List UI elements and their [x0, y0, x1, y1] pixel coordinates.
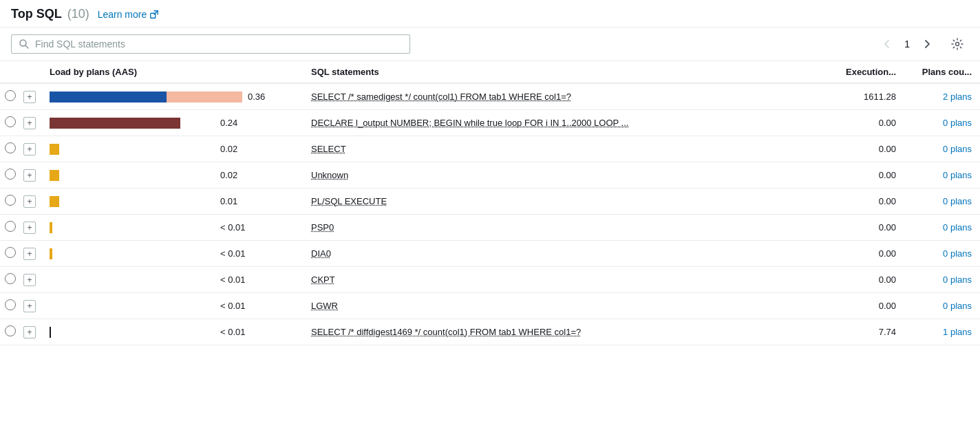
bar-value: 0.01: [220, 196, 242, 206]
execution-value: 0.00: [815, 110, 904, 136]
expand-button[interactable]: +: [23, 169, 36, 182]
bar-segment: [50, 196, 59, 207]
svg-line-1: [154, 10, 158, 14]
plans-cell: 0 plans: [904, 110, 980, 136]
sql-statement-link[interactable]: DECLARE l_output NUMBER; BEGIN while tru…: [311, 118, 628, 128]
sql-statement-link[interactable]: PL/SQL EXECUTE: [311, 196, 387, 206]
sql-statement-link[interactable]: LGWR: [311, 301, 338, 311]
search-input[interactable]: [35, 39, 403, 50]
row-expand-cell: +: [21, 136, 41, 162]
bar-segment: [50, 248, 52, 259]
row-select-cell: [0, 162, 21, 189]
result-count: (10): [67, 7, 89, 21]
row-radio[interactable]: [5, 169, 16, 180]
bar-value: < 0.01: [220, 327, 246, 337]
row-expand-cell: +: [21, 215, 41, 241]
plans-cell: 0 plans: [904, 241, 980, 267]
bar-segment: [50, 327, 51, 338]
plans-link[interactable]: 0 plans: [943, 144, 972, 154]
plans-link[interactable]: 0 plans: [943, 196, 972, 206]
row-expand-cell: +: [21, 162, 41, 189]
table-row: +0.24DECLARE l_output NUMBER; BEGIN whil…: [0, 110, 980, 136]
plans-cell: 0 plans: [904, 136, 980, 162]
row-radio[interactable]: [5, 195, 16, 206]
row-radio[interactable]: [5, 142, 16, 153]
execution-value: 0.00: [815, 189, 904, 215]
table-row: +0.01PL/SQL EXECUTE0.000 plans: [0, 189, 980, 215]
sql-statement-cell: CKPT: [303, 267, 815, 293]
execution-value: 0.00: [815, 241, 904, 267]
sql-statement-link[interactable]: DIA0: [311, 248, 331, 259]
expand-button[interactable]: +: [23, 91, 36, 103]
bar-segment: [50, 222, 52, 233]
row-select-cell: [0, 136, 21, 162]
expand-button[interactable]: +: [23, 248, 36, 260]
svg-line-3: [25, 45, 28, 48]
row-radio[interactable]: [5, 299, 16, 310]
expand-button[interactable]: +: [23, 300, 36, 312]
row-radio[interactable]: [5, 325, 16, 336]
load-bar-cell: 0.24: [41, 110, 303, 136]
bar-segment-secondary: [167, 92, 242, 103]
sql-statement-link[interactable]: CKPT: [311, 275, 335, 285]
page-header: Top SQL (10) Learn more: [0, 0, 980, 28]
row-radio[interactable]: [5, 90, 16, 101]
table-row: +< 0.01DIA00.000 plans: [0, 241, 980, 267]
sql-statement-link[interactable]: SELECT: [311, 144, 346, 154]
plans-cell: 0 plans: [904, 293, 980, 319]
plans-link[interactable]: 0 plans: [943, 170, 972, 180]
toolbar: 1: [0, 28, 980, 61]
next-page-button[interactable]: [917, 36, 937, 52]
settings-button[interactable]: [946, 35, 969, 53]
gear-icon: [951, 38, 963, 50]
plans-cell: 0 plans: [904, 215, 980, 241]
load-bar-cell: < 0.01: [41, 293, 303, 319]
row-select-cell: [0, 83, 21, 110]
row-select-cell: [0, 110, 21, 136]
plans-link[interactable]: 0 plans: [943, 301, 972, 311]
load-bar-cell: 0.36: [41, 83, 303, 110]
bar-value: < 0.01: [220, 248, 246, 259]
col-load-header: Load by plans (AAS): [41, 61, 303, 83]
row-expand-cell: +: [21, 189, 41, 215]
expand-button[interactable]: +: [23, 326, 36, 338]
plans-link[interactable]: 2 plans: [943, 92, 972, 102]
row-expand-cell: +: [21, 267, 41, 293]
learn-more-link[interactable]: Learn more: [98, 9, 160, 20]
sql-statement-link[interactable]: PSP0: [311, 222, 334, 233]
row-select-cell: [0, 319, 21, 345]
sql-table: Load by plans (AAS) SQL statements Execu…: [0, 61, 980, 345]
sql-statement-link[interactable]: Unknown: [311, 170, 348, 180]
bar-segment-primary: [50, 118, 180, 129]
bar-value: < 0.01: [220, 275, 246, 285]
plans-link[interactable]: 0 plans: [943, 275, 972, 285]
load-bar-cell: < 0.01: [41, 215, 303, 241]
row-radio[interactable]: [5, 116, 16, 127]
col-sql-header: SQL statements: [303, 61, 815, 83]
sql-statement-cell: Unknown: [303, 162, 815, 189]
table-row: +< 0.01PSP00.000 plans: [0, 215, 980, 241]
bar-value: < 0.01: [220, 301, 246, 311]
bar-value: 0.02: [220, 170, 242, 180]
row-radio[interactable]: [5, 273, 16, 284]
row-radio[interactable]: [5, 247, 16, 258]
plans-link[interactable]: 0 plans: [943, 118, 972, 128]
table-header-row: Load by plans (AAS) SQL statements Execu…: [0, 61, 980, 83]
expand-button[interactable]: +: [23, 222, 36, 234]
expand-button[interactable]: +: [23, 195, 36, 208]
row-radio[interactable]: [5, 221, 16, 232]
prev-page-button[interactable]: [877, 36, 897, 52]
load-bar-cell: 0.02: [41, 136, 303, 162]
plans-link[interactable]: 0 plans: [943, 222, 972, 233]
expand-button[interactable]: +: [23, 117, 36, 129]
plans-link[interactable]: 1 plans: [943, 327, 972, 337]
execution-value: 0.00: [815, 215, 904, 241]
row-select-cell: [0, 241, 21, 267]
sql-statement-link[interactable]: SELECT /* samedigest */ count(col1) FROM…: [311, 92, 571, 102]
sql-statement-link[interactable]: SELECT /* diffdigest1469 */ count(col1) …: [311, 327, 581, 337]
expand-button[interactable]: +: [23, 274, 36, 286]
search-icon: [19, 39, 30, 50]
expand-button[interactable]: +: [23, 143, 36, 155]
execution-value: 0.00: [815, 293, 904, 319]
plans-link[interactable]: 0 plans: [943, 248, 972, 259]
